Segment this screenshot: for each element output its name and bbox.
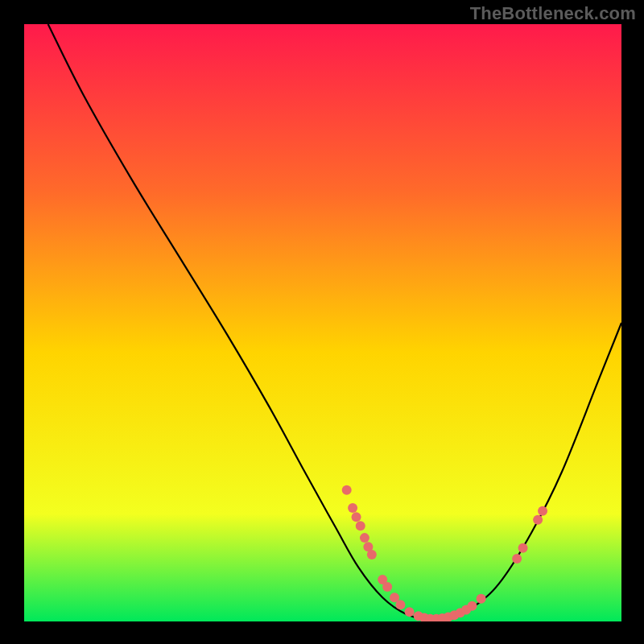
data-marker bbox=[367, 550, 377, 559]
data-marker bbox=[382, 582, 392, 592]
data-marker bbox=[405, 607, 415, 617]
data-marker bbox=[348, 503, 357, 513]
data-marker bbox=[533, 515, 543, 525]
chart-frame: TheBottleneck.com bbox=[0, 0, 644, 644]
data-marker bbox=[518, 543, 528, 553]
data-marker bbox=[360, 533, 369, 543]
bottleneck-chart bbox=[24, 24, 621, 621]
data-marker bbox=[356, 521, 365, 530]
data-marker bbox=[395, 600, 405, 609]
data-marker bbox=[477, 594, 486, 604]
data-marker bbox=[468, 601, 477, 611]
watermark-text: TheBottleneck.com bbox=[470, 3, 636, 24]
plot-area bbox=[24, 24, 621, 621]
data-marker bbox=[342, 485, 352, 495]
data-marker bbox=[352, 512, 361, 522]
data-marker bbox=[512, 554, 522, 564]
data-marker bbox=[538, 506, 547, 516]
